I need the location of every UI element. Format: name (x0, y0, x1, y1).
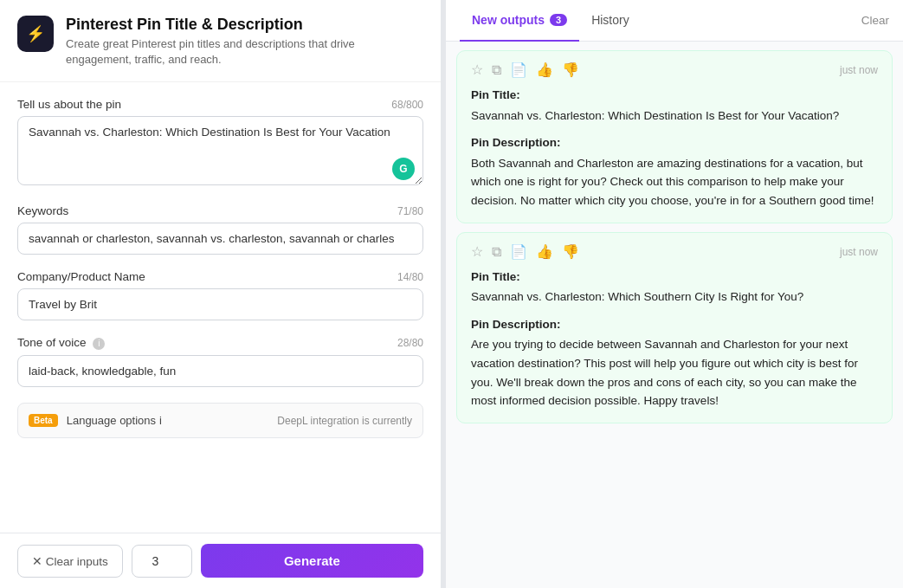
copy-icon-2[interactable]: ⧉ (492, 245, 501, 259)
output-toolbar-2: ☆ ⧉ 📄 👍 👎 just now (471, 245, 878, 259)
thumbs-up-icon-1[interactable]: 👍 (536, 63, 553, 77)
pin-about-label: Tell us about the pin (17, 98, 121, 111)
thumbs-up-icon-2[interactable]: 👍 (536, 245, 553, 259)
app-subtitle: Create great Pinterest pin titles and de… (66, 36, 395, 68)
right-panel: New outputs 3 History Clear ☆ ⧉ 📄 👍 👎 ju… (446, 0, 903, 588)
generate-button[interactable]: Generate (201, 544, 423, 578)
copy-icon-1[interactable]: ⧉ (492, 63, 501, 77)
timestamp-2: just now (840, 246, 878, 258)
bottom-bar: ✕ Clear inputs Generate (0, 533, 441, 588)
clear-right-button[interactable]: Clear (861, 14, 889, 27)
clear-inputs-button[interactable]: ✕ Clear inputs (17, 545, 123, 578)
tab-new-outputs-label: New outputs (472, 13, 545, 27)
tab-history-label: History (591, 13, 629, 27)
company-name-input[interactable] (17, 288, 423, 320)
document-icon-2[interactable]: 📄 (510, 245, 527, 259)
pin-desc-label-2: Pin Description: (471, 315, 878, 334)
star-icon-2[interactable]: ☆ (471, 245, 483, 259)
tone-label-row: Tone of voice i 28/80 (17, 336, 423, 350)
keywords-group: Keywords 71/80 (17, 204, 423, 255)
left-panel: ⚡ Pinterest Pin Title & Description Crea… (0, 0, 442, 588)
pin-title-label-1: Pin Title: (471, 86, 878, 105)
pin-about-textarea[interactable] (17, 116, 423, 185)
company-name-char-count: 14/80 (397, 271, 423, 283)
thumbs-down-icon-1[interactable]: 👎 (562, 63, 579, 77)
thumbs-down-icon-2[interactable]: 👎 (562, 245, 579, 259)
new-outputs-badge: 3 (550, 14, 567, 26)
keywords-label-row: Keywords 71/80 (17, 204, 423, 217)
outputs-area: ☆ ⧉ 📄 👍 👎 just now Pin Title: Savannah v… (446, 42, 903, 588)
app-title: Pinterest Pin Title & Description (66, 16, 395, 34)
language-label: Language options i (67, 414, 162, 427)
output-card-2: ☆ ⧉ 📄 👍 👎 just now Pin Title: Savannah v… (456, 232, 893, 423)
beta-badge: Beta (29, 414, 58, 427)
tab-history[interactable]: History (579, 0, 642, 42)
output-body-1: Pin Title: Savannah vs. Charleston: Whic… (471, 86, 878, 210)
tone-group: Tone of voice i 28/80 (17, 336, 423, 387)
star-icon-1[interactable]: ☆ (471, 63, 483, 77)
output-toolbar-1: ☆ ⧉ 📄 👍 👎 just now (471, 63, 878, 77)
document-icon-1[interactable]: 📄 (510, 63, 527, 77)
form-area: Tell us about the pin 68/800 G Keywords … (0, 82, 441, 533)
keywords-char-count: 71/80 (397, 205, 423, 217)
app-title-block: Pinterest Pin Title & Description Create… (66, 16, 395, 68)
pin-desc-2: Are you trying to decide between Savanna… (471, 338, 858, 407)
clear-inputs-label: ✕ Clear inputs (32, 554, 108, 568)
company-name-label: Company/Product Name (17, 270, 145, 283)
right-header: New outputs 3 History Clear (446, 0, 903, 42)
timestamp-1: just now (840, 64, 878, 76)
keywords-label: Keywords (17, 204, 68, 217)
pin-about-group: Tell us about the pin 68/800 G (17, 98, 423, 189)
pin-desc-label-1: Pin Description: (471, 133, 878, 152)
pin-desc-1: Both Savannah and Charleston are amazing… (471, 157, 874, 207)
pin-title-1: Savannah vs. Charleston: Which Destinati… (471, 109, 839, 122)
tone-label: Tone of voice i (17, 336, 105, 350)
deepl-text: DeepL integration is currently (277, 415, 412, 427)
company-name-label-row: Company/Product Name 14/80 (17, 270, 423, 283)
app-icon: ⚡ (17, 16, 54, 52)
pin-about-wrapper: G (17, 116, 423, 189)
pin-about-char-count: 68/800 (391, 99, 423, 111)
tone-input[interactable] (17, 355, 423, 387)
pin-title-2: Savannah vs. Charleston: Which Southern … (471, 290, 803, 303)
language-info-icon[interactable]: i (159, 414, 162, 427)
output-card-1: ☆ ⧉ 📄 👍 👎 just now Pin Title: Savannah v… (456, 50, 893, 223)
tab-new-outputs[interactable]: New outputs 3 (460, 0, 579, 42)
output-body-2: Pin Title: Savannah vs. Charleston: Whic… (471, 268, 878, 410)
company-name-group: Company/Product Name 14/80 (17, 270, 423, 320)
pin-title-label-2: Pin Title: (471, 268, 878, 287)
pin-about-label-row: Tell us about the pin 68/800 (17, 98, 423, 111)
tone-info-icon[interactable]: i (93, 338, 105, 350)
app-header: ⚡ Pinterest Pin Title & Description Crea… (0, 0, 441, 82)
lightning-icon: ⚡ (26, 24, 45, 43)
count-input[interactable] (132, 545, 192, 578)
tone-char-count: 28/80 (397, 337, 423, 349)
language-section: Beta Language options i DeepL integratio… (17, 403, 423, 438)
keywords-input[interactable] (17, 223, 423, 255)
